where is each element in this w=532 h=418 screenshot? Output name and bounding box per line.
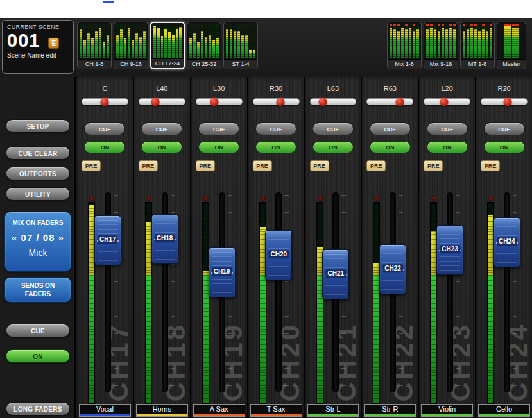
on-button[interactable]: ON [484, 141, 525, 153]
setup-button[interactable]: SETUP [6, 119, 70, 133]
pre-badge[interactable]: PRE [481, 160, 500, 171]
on-button[interactable]: ON [255, 141, 296, 153]
master-cue-button[interactable]: CUE [6, 324, 70, 337]
cue-button[interactable]: CUE [84, 122, 125, 135]
pan-knob[interactable] [210, 97, 219, 106]
pan-slider[interactable] [310, 98, 357, 105]
on-button[interactable]: ON [141, 141, 182, 153]
fader-knob[interactable]: CH22 [379, 244, 406, 294]
clip-indicator [453, 24, 456, 26]
channel-strip: C CUE ON PRE CH17 CH17 Vocal [77, 77, 133, 418]
bank-tab[interactable]: ST 1-4 [223, 22, 258, 69]
long-faders-button[interactable]: LONG FADERS [6, 402, 70, 415]
bank-tab[interactable]: MT 1-8 [460, 22, 495, 69]
bank-tab[interactable]: CH 9-16 [114, 22, 148, 69]
pan-knob[interactable] [503, 97, 511, 106]
mini-meter [453, 24, 456, 58]
fader-knob[interactable]: CH23 [436, 225, 463, 275]
channel-name-box[interactable]: Violin [421, 404, 473, 417]
bank-label: CH 1-8 [78, 59, 111, 69]
pan-knob[interactable] [440, 97, 448, 106]
clip-indicator [426, 24, 429, 26]
outports-button[interactable]: OUTPORTS [6, 167, 70, 180]
pre-badge[interactable]: PRE [253, 160, 272, 171]
fader-knob[interactable]: CH19 [209, 247, 236, 297]
on-button[interactable]: ON [84, 141, 125, 153]
bank-tab[interactable]: CH 17-24 [150, 22, 185, 69]
pre-badge[interactable]: PRE [366, 160, 386, 171]
scene-edit-badge: E [48, 38, 59, 49]
on-button[interactable]: ON [427, 141, 468, 153]
mini-meter [193, 24, 196, 58]
pan-knob[interactable] [277, 97, 285, 106]
fader-knob[interactable]: CH21 [322, 249, 349, 299]
fader-knob[interactable]: CH18 [151, 214, 178, 264]
pre-badge[interactable]: PRE [424, 160, 443, 171]
mix-bus-selector[interactable]: « 07 / 08 » [5, 232, 71, 243]
channel-name-box[interactable]: Str L [307, 404, 359, 417]
channel-strip: R30 CUE ON PRE CH20 CH20 T Sax [248, 77, 304, 418]
pre-badge[interactable]: PRE [139, 160, 158, 171]
channel-name-box[interactable]: Str R [364, 404, 416, 417]
channel-color-stripe [137, 414, 187, 416]
pan-knob[interactable] [151, 97, 160, 106]
cue-clear-button[interactable]: CUE CLEAR [6, 146, 70, 160]
pre-badge[interactable]: PRE [196, 160, 215, 171]
pan-slider[interactable] [139, 98, 185, 105]
bank-tab[interactable]: Master [497, 22, 526, 69]
pan-value: L63 [305, 85, 361, 92]
mini-meter [230, 24, 232, 58]
mini-meter [401, 24, 404, 58]
cue-button[interactable]: CUE [370, 122, 411, 135]
cue-button[interactable]: CUE [313, 122, 354, 135]
pan-slider[interactable] [424, 98, 470, 105]
bank-label: Mix 9-16 [424, 59, 458, 69]
scene-panel[interactable]: CURRENT SCENE 001 E Scene Name edit [2, 20, 74, 74]
bank-tab[interactable]: CH 25-32 [187, 22, 221, 69]
bank-tab[interactable]: Mix 9-16 [424, 22, 458, 69]
peak-led [431, 196, 436, 201]
channel-name-box[interactable]: T Sax [250, 404, 302, 417]
utility-button[interactable]: UTILITY [6, 187, 70, 201]
meter-segments [89, 203, 94, 403]
pan-knob[interactable] [319, 97, 327, 106]
channel-name-box[interactable]: Horns [136, 404, 188, 417]
pan-slider[interactable] [366, 98, 413, 105]
bank-label: CH 17-24 [151, 58, 184, 68]
pre-badge[interactable]: PRE [82, 160, 101, 171]
pan-knob[interactable] [101, 97, 109, 106]
sends-on-faders-button[interactable]: SENDS ON FADERS [4, 277, 71, 303]
cue-button[interactable]: CUE [255, 122, 296, 135]
cue-button[interactable]: CUE [141, 122, 182, 135]
mini-meter [189, 24, 192, 58]
on-button[interactable]: ON [313, 141, 354, 153]
cue-button[interactable]: CUE [427, 122, 468, 135]
bank-tab[interactable]: CH 1-8 [77, 22, 112, 69]
cue-button[interactable]: CUE [484, 122, 525, 135]
mini-meter [241, 24, 244, 58]
meter-segments [373, 203, 379, 403]
fader-knob[interactable]: CH17 [94, 215, 121, 265]
fader-knob[interactable]: CH24 [493, 217, 520, 267]
pan-knob[interactable] [396, 97, 404, 106]
channel-name-box[interactable]: Vocal [79, 404, 131, 417]
channel-name-box[interactable]: Cello [478, 404, 530, 417]
pan-slider[interactable] [82, 98, 128, 105]
pan-slider[interactable] [196, 98, 243, 105]
master-on-button[interactable]: ON [6, 349, 70, 363]
fader-knob[interactable]: CH20 [265, 230, 292, 280]
meter-segments [203, 203, 209, 403]
pan-slider[interactable] [481, 98, 528, 105]
mini-meter [124, 24, 126, 58]
bank-tab[interactable]: Mix 1-8 [387, 22, 422, 69]
pan-slider[interactable] [253, 98, 300, 105]
on-button[interactable]: ON [370, 141, 411, 153]
mini-meter [205, 24, 207, 58]
mix-on-faders-panel[interactable]: MIX ON FADERS « 07 / 08 » Mick [4, 212, 71, 272]
cue-button[interactable]: CUE [198, 122, 239, 135]
scene-name-edit[interactable]: Scene Name edit [7, 52, 73, 59]
on-button[interactable]: ON [198, 141, 239, 153]
pre-badge[interactable]: PRE [310, 160, 329, 171]
clip-indicator [449, 24, 452, 26]
channel-name-box[interactable]: A Sax [193, 404, 245, 417]
